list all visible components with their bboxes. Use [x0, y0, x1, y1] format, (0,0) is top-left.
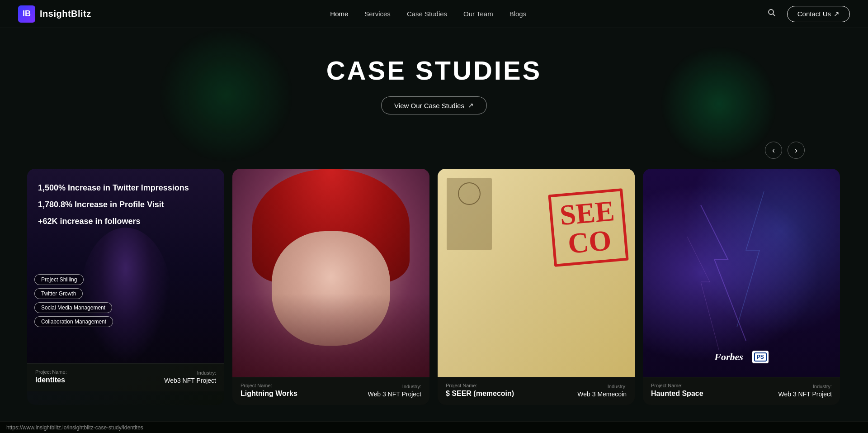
- nav-services[interactable]: Services: [364, 10, 391, 18]
- nav-home[interactable]: Home: [330, 10, 348, 18]
- card-3-footer: Project Name: $ SEER (memecoin) Industry…: [438, 377, 635, 405]
- main-content: CASE STUDIES View Our Case Studies ↗ ‹ ›: [0, 28, 868, 433]
- card-2-gradient: [232, 294, 429, 377]
- ps-icon: PS: [754, 352, 767, 362]
- contact-arrow-icon: ↗: [834, 10, 840, 18]
- stamp-border: SEE CO: [548, 188, 628, 267]
- carousel-prev-button[interactable]: ‹: [765, 142, 782, 159]
- stat-followers: +62K increase in followers: [38, 216, 189, 227]
- logo-link[interactable]: IB InsightBlitz: [18, 5, 91, 23]
- contact-button[interactable]: Contact Us ↗: [787, 6, 850, 22]
- nav-links: Home Services Case Studies Our Team Blog…: [330, 10, 526, 18]
- view-arrow-icon: ↗: [468, 101, 474, 109]
- nav-blogs[interactable]: Blogs: [509, 10, 527, 18]
- nav-case-studies[interactable]: Case Studies: [407, 10, 447, 18]
- card-2-industry: Industry: Web 3 NFT Project: [368, 384, 421, 398]
- playstation-logo: PS: [752, 351, 769, 363]
- card-4-project: Project Name: Haunted Space: [651, 383, 703, 398]
- card-1-industry: Industry: Web3 NFT Project: [164, 370, 216, 384]
- card-haunted-space[interactable]: Forbes PS Project Name: Haunted Space In…: [643, 169, 840, 405]
- card-1-stats: 1,500% Increase in Twitter Impressions 1…: [38, 182, 189, 233]
- figure-head: [458, 182, 481, 205]
- nav-our-team[interactable]: Our Team: [463, 10, 493, 18]
- view-case-studies-button[interactable]: View Our Case Studies ↗: [381, 96, 487, 114]
- card-seer[interactable]: SEE CO Project Name: $ SEER (memecoin) I…: [438, 169, 635, 405]
- tag-twitter-growth: Twitter Growth: [34, 288, 83, 299]
- card-2-artwork: [232, 169, 429, 377]
- navigation: IB InsightBlitz Home Services Case Studi…: [0, 0, 868, 28]
- card-4-artwork: Forbes PS: [643, 169, 840, 377]
- status-url: https://www.insightblitz.io/insightblitz…: [6, 424, 143, 431]
- cards-container: 1,500% Increase in Twitter Impressions 1…: [27, 169, 841, 405]
- card-3-artwork: SEE CO: [438, 169, 635, 377]
- logo-icon: IB: [18, 5, 35, 23]
- card-2-project: Project Name: Lightning Works: [241, 383, 297, 398]
- card-identites[interactable]: 1,500% Increase in Twitter Impressions 1…: [27, 169, 224, 405]
- tag-social-media: Social Media Management: [34, 302, 112, 313]
- card-1-project: Project Name: Identites: [35, 369, 67, 384]
- card-1-footer: Project Name: Identites Industry: Web3 N…: [27, 363, 224, 391]
- card-1-artwork: 1,500% Increase in Twitter Impressions 1…: [27, 169, 224, 363]
- nav-right: Contact Us ↗: [765, 6, 850, 22]
- logo-text: InsightBlitz: [40, 9, 91, 19]
- svg-line-1: [773, 14, 775, 16]
- seer-stamp: SEE CO: [551, 191, 626, 264]
- carousel-next-button[interactable]: ›: [788, 142, 805, 159]
- page-title: CASE STUDIES: [0, 55, 868, 86]
- search-icon-button[interactable]: [765, 6, 778, 21]
- carousel-nav: ‹ ›: [27, 142, 841, 159]
- forbes-logo-text: Forbes: [714, 351, 743, 363]
- lightning-svg: [643, 169, 840, 377]
- card-3-project: Project Name: $ SEER (memecoin): [446, 383, 514, 398]
- card-3-industry: Industry: Web 3 Memecoin: [577, 384, 627, 398]
- card-1-tags: Project Shilling Twitter Growth Social M…: [34, 274, 113, 327]
- status-bar: https://www.insightblitz.io/insightblitz…: [0, 421, 868, 433]
- case-studies-header: CASE STUDIES View Our Case Studies ↗: [0, 55, 868, 114]
- card-4-industry: Industry: Web 3 NFT Project: [778, 384, 832, 398]
- card-lightning-works[interactable]: Project Name: Lightning Works Industry: …: [232, 169, 429, 405]
- stamp-text-co: CO: [561, 225, 618, 259]
- card-2-footer: Project Name: Lightning Works Industry: …: [232, 377, 429, 405]
- card-4-footer: Project Name: Haunted Space Industry: We…: [643, 377, 840, 405]
- tag-project-shilling: Project Shilling: [34, 274, 84, 285]
- stat-twitter-impressions: 1,500% Increase in Twitter Impressions: [38, 182, 189, 194]
- figure-sketch: [447, 178, 492, 250]
- tag-collaboration: Collaboration Management: [34, 316, 113, 327]
- cyber-figure: [643, 169, 840, 377]
- stat-profile-visit: 1,780.8% Increase in Profile Visit: [38, 199, 189, 210]
- carousel-section: ‹ › 1,500% Increase in Twitter Impressio…: [0, 133, 868, 405]
- forbes-logos: Forbes PS: [643, 351, 840, 363]
